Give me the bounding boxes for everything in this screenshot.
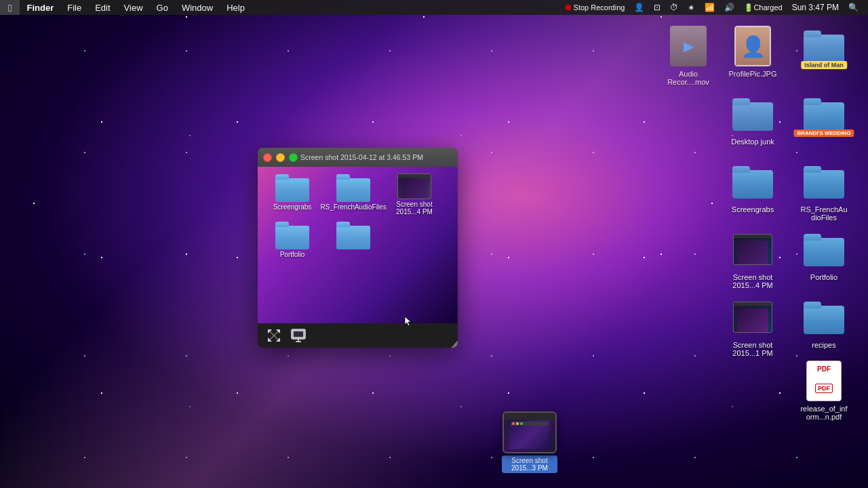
- window-monitor-icon[interactable]: [289, 326, 308, 345]
- view-menu[interactable]: View: [117, 0, 150, 15]
- screengrabs-icon-img: [731, 160, 774, 203]
- menubar-right: Stop Recording 👤 ⊡ ⏱ ✴ 📶 🔊 🔋 Charged Sun…: [561, 0, 868, 15]
- window-icon-rs-french[interactable]: RS_FrenchAudioFiles: [326, 174, 381, 216]
- stop-recording-btn[interactable]: Stop Recording: [561, 0, 629, 15]
- brandis-icon-img: BRANDI'S WEDDING: [802, 92, 846, 136]
- desktop-icon-pdf[interactable]: PDF release_of_inform...n.pdf: [793, 359, 854, 422]
- desktop-icon-island[interactable]: Island of Man: [793, 24, 854, 70]
- recipes-icon-label: recipes: [810, 340, 837, 350]
- window-menu[interactable]: Window: [175, 0, 220, 15]
- finder-window: Screen shot 2015-04-12 at 3.46.53 PM Scr…: [258, 148, 458, 348]
- desktop-icon-desktop-junk[interactable]: Desktop junk: [722, 92, 783, 146]
- svg-rect-3: [293, 331, 304, 338]
- junk-folder-icon: [732, 97, 773, 131]
- window-title: Screen shot 2015-04-12 at 3.46.53 PM: [271, 153, 452, 161]
- brandis-label-tag: BRANDI'S WEDDING: [793, 129, 854, 137]
- screenshot-dock-item[interactable]: Screen shot 2015...3 PM: [502, 411, 557, 473]
- brandis-folder-icon: [804, 97, 844, 131]
- window-icon-extra[interactable]: [326, 221, 381, 258]
- screenshot-dock-thumb: [502, 411, 557, 453]
- island-icon-label: [822, 69, 826, 70]
- island-folder-icon: [804, 29, 844, 63]
- portfolio-folder-icon: [804, 232, 844, 266]
- profile-icon-img: 👤: [731, 24, 774, 68]
- screenshot1-icon-img: [731, 296, 774, 339]
- screenshot1-thumb: [733, 302, 772, 333]
- window-titlebar: Screen shot 2015-04-12 at 3.46.53 PM: [258, 148, 458, 167]
- recipes-icon-img: [802, 296, 846, 339]
- desktop-icon-screengrabs[interactable]: Screengrabs: [722, 160, 783, 214]
- screenshot-dock-label: Screen shot 2015...3 PM: [502, 455, 557, 473]
- pdf-icon-label: release_of_inform...n.pdf: [797, 404, 851, 422]
- battery-icon[interactable]: 🔋 Charged: [740, 0, 786, 15]
- junk-icon-img: [731, 92, 774, 136]
- airplay-icon[interactable]: ⊡: [650, 0, 665, 15]
- window-icon-label-rs-french: RS_FrenchAudioFiles: [320, 203, 386, 211]
- window-icon-screenshot[interactable]: Screen shot 2015...4 PM: [387, 174, 442, 216]
- desktop-icon-screenshot-4pm[interactable]: Screen shot 2015...4 PM: [722, 228, 783, 290]
- profile-icon-label: ProfilePic.JPG: [727, 69, 779, 79]
- portfolio-icon-img: [802, 228, 846, 271]
- window-folder-screengrabs: [275, 174, 309, 202]
- search-icon[interactable]: 🔍: [844, 0, 863, 15]
- screenshot4-icon-img: [731, 228, 774, 271]
- rs-french-folder-icon: [804, 165, 844, 199]
- island-label-tag: Island of Man: [801, 61, 847, 69]
- file-menu[interactable]: File: [60, 0, 88, 15]
- rs-french-icon-label: RS_FrenchAudioFiles: [797, 205, 851, 222]
- screengrabs-folder-icon: [732, 165, 773, 199]
- brandis-icon-label: [822, 137, 826, 138]
- apple-menu[interactable]: : [0, 0, 20, 15]
- window-icon-label-portfolio: Portfolio: [280, 251, 305, 258]
- desktop-icon-brandis[interactable]: BRANDI'S WEDDING: [793, 92, 854, 138]
- desktop-icon-recipes[interactable]: recipes: [793, 296, 854, 350]
- desktop-icon-portfolio[interactable]: Portfolio: [793, 228, 854, 282]
- portfolio-icon-label: Portfolio: [808, 272, 840, 282]
- screenshot4-icon-label: Screen shot 2015...4 PM: [726, 272, 780, 290]
- user-icon[interactable]: 👤: [630, 0, 648, 15]
- window-folder-rs-french: [336, 174, 370, 202]
- finder-menu[interactable]: Finder: [20, 0, 60, 15]
- screenshot1-icon-label: Screen shot 2015...1 PM: [726, 340, 780, 358]
- window-icon-label-screengrabs: Screengrabs: [273, 203, 312, 211]
- go-menu[interactable]: Go: [150, 0, 175, 15]
- window-bottombar: [258, 323, 458, 348]
- junk-icon-label: Desktop junk: [729, 137, 776, 146]
- desktop:  Finder File Edit View Go Window Help S…: [0, 0, 868, 488]
- rs-french-icon-img: [802, 160, 846, 203]
- pdf-file-icon: PDF: [806, 361, 842, 401]
- profile-file-icon: 👤: [734, 26, 771, 66]
- movie-file-icon: [670, 26, 707, 66]
- desktop-icon-screenshot-1pm[interactable]: Screen shot 2015...1 PM: [722, 296, 783, 358]
- screengrabs-icon-label: Screengrabs: [730, 205, 776, 214]
- window-resize-handle[interactable]: [451, 341, 458, 348]
- wifi-icon[interactable]: 📶: [701, 0, 719, 15]
- window-screenshot-thumb: [397, 174, 431, 199]
- desktop-icon-rs-french[interactable]: RS_FrenchAudioFiles: [793, 160, 854, 222]
- window-folder-portfolio: [275, 221, 309, 249]
- volume-icon[interactable]: 🔊: [720, 0, 738, 15]
- recipes-folder-icon: [804, 300, 844, 334]
- window-folder-extra: [336, 221, 370, 249]
- menubar:  Finder File Edit View Go Window Help S…: [0, 0, 868, 15]
- window-resize-icon[interactable]: [264, 326, 283, 345]
- audio-icon-label: Audio Recor....mov: [661, 69, 715, 87]
- desktop-icon-profile[interactable]: 👤 ProfilePic.JPG: [722, 24, 783, 79]
- pdf-icon-img: PDF: [802, 359, 846, 403]
- window-content: Screengrabs RS_FrenchAudioFiles Screen s…: [258, 167, 458, 323]
- island-icon-img: Island of Man: [802, 24, 846, 68]
- profile-avatar: 👤: [736, 27, 770, 65]
- time-machine-icon[interactable]: ⏱: [666, 0, 682, 15]
- help-menu[interactable]: Help: [220, 0, 252, 15]
- clock[interactable]: Sun 3:47 PM: [788, 0, 843, 15]
- edit-menu[interactable]: Edit: [88, 0, 117, 15]
- audio-icon-img: [667, 24, 710, 68]
- window-icon-portfolio[interactable]: Portfolio: [264, 221, 320, 258]
- screenshot4-thumb: [733, 234, 772, 265]
- window-icon-screengrabs[interactable]: Screengrabs: [264, 174, 320, 216]
- menubar-left:  Finder File Edit View Go Window Help: [0, 0, 252, 15]
- window-icon-label-screenshot: Screen shot 2015...4 PM: [387, 201, 442, 216]
- bluetooth-icon[interactable]: ✴: [684, 0, 699, 15]
- desktop-icon-audio[interactable]: Audio Recor....mov: [658, 24, 719, 87]
